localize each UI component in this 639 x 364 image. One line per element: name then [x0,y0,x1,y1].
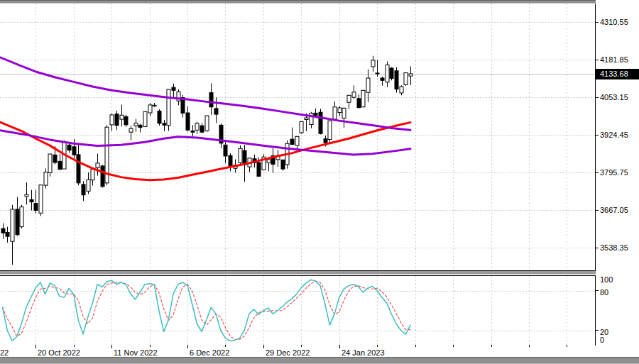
stoch-axis-label: 100 [600,276,613,284]
price-axis-label: 4310.55 [600,18,628,26]
price-axis-tick [596,60,599,60]
price-axis-label: 3795.75 [600,169,628,177]
date-axis-label: 29 Dec 2022 [266,348,310,357]
stochastic-chart-canvas[interactable] [0,276,595,345]
date-axis-tick [150,345,151,347]
stoch-axis-tick [596,290,599,291]
date-axis-tick [36,345,36,348]
price-axis[interactable]: 4133.68 4310.554181.854053.153924.453795… [596,0,639,357]
stoch-axis-label: 0 [600,336,604,344]
price-axis-tick [596,172,599,173]
date-axis-label: 6 Dec 2022 [190,348,229,357]
date-axis-tick [529,345,530,347]
stochastic-panel [0,275,596,346]
date-axis-tick [491,345,492,347]
date-axis-tick [74,345,75,347]
date-axis[interactable]: 20 Oct 202211 Nov 20226 Dec 202229 Dec 2… [0,345,595,357]
stoch-axis-label: 80 [600,289,608,297]
price-axis-label: 4053.15 [600,94,628,101]
date-axis-tick [567,345,567,347]
date-axis-tick [225,345,226,347]
price-axis-tick [596,97,599,98]
price-axis-label: 3667.05 [600,206,628,214]
price-axis-tick [596,22,599,23]
date-axis-tick [187,345,188,348]
date-axis-tick [301,345,302,347]
date-axis-label: 11 Nov 2022 [114,348,158,357]
date-axis-tick [377,345,378,347]
current-price-badge: 4133.68 [596,69,639,79]
price-axis-label: 4181.85 [600,56,628,64]
panel-separator[interactable] [0,271,639,275]
price-axis-label: 3538.35 [600,244,628,252]
date-axis-tick [453,345,454,347]
date-axis-tick [415,345,416,347]
date-axis-label-partial: 22 [0,348,9,357]
date-axis-tick [111,345,112,348]
chart-window: 4133.68 4310.554181.854053.153924.453795… [0,0,639,364]
price-axis-tick [596,135,599,136]
main-chart-panel [0,4,596,271]
stoch-axis-tick [596,330,599,331]
price-axis-tick [596,210,599,211]
window-bottom-divider [0,357,639,364]
date-axis-tick [339,345,340,348]
candlestick-chart-canvas[interactable] [0,4,595,270]
date-axis-label: 20 Oct 2022 [38,348,80,357]
price-axis-tick [596,248,599,248]
price-axis-label: 3924.45 [600,131,628,139]
date-axis-tick [263,345,264,348]
date-axis-label: 24 Jan 2023 [342,348,385,357]
